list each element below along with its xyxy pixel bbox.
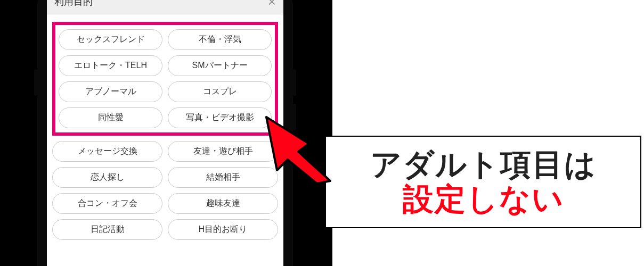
chip-row: 合コン・オフ会 趣味友達: [52, 193, 278, 214]
purpose-chip[interactable]: エロトーク・TELH: [59, 55, 162, 76]
stage-black-bg: 利用目的 × セックスフレンド 不倫・浮気 エロトーク・TELH SMパートナー…: [0, 0, 332, 266]
chip-row: 恋人探し 結婚相手: [52, 167, 278, 188]
purpose-chip[interactable]: アブノーマル: [59, 81, 162, 102]
phone-frame: 利用目的 × セックスフレンド 不倫・浮気 エロトーク・TELH SMパートナー…: [37, 0, 293, 266]
phone-side-button: [293, 104, 296, 130]
adult-options-highlight: セックスフレンド 不倫・浮気 エロトーク・TELH SMパートナー アブノーマル…: [52, 22, 278, 136]
purpose-chip[interactable]: 日記活動: [52, 219, 162, 240]
purpose-chip[interactable]: 合コン・オフ会: [52, 193, 162, 214]
close-icon[interactable]: ×: [268, 0, 276, 9]
purpose-chip[interactable]: コスプレ: [168, 81, 272, 102]
purpose-chip[interactable]: 不倫・浮気: [168, 29, 272, 50]
modal-header: 利用目的 ×: [47, 0, 283, 14]
purpose-chip[interactable]: 恋人探し: [52, 167, 162, 188]
purpose-chip[interactable]: SMパートナー: [168, 55, 272, 76]
purpose-chip[interactable]: セックスフレンド: [59, 29, 162, 50]
phone-screen: 利用目的 × セックスフレンド 不倫・浮気 エロトーク・TELH SMパートナー…: [47, 0, 283, 266]
callout-line-2: 設定しない: [403, 182, 564, 217]
chip-row: エロトーク・TELH SMパートナー: [59, 55, 272, 76]
purpose-chip[interactable]: 趣味友達: [168, 193, 278, 214]
phone-side-button: [34, 69, 37, 96]
purpose-chip[interactable]: 友達・遊び相手: [168, 141, 278, 162]
chip-row: 日記活動 H目的お断り: [52, 219, 278, 240]
purpose-chip[interactable]: 写真・ビデオ撮影: [168, 107, 272, 128]
purpose-chip[interactable]: メッセージ交換: [52, 141, 162, 162]
chip-row: セックスフレンド 不倫・浮気: [59, 29, 272, 50]
callout-line-1: アダルト項目は: [370, 147, 597, 182]
chip-row: 同性愛 写真・ビデオ撮影: [59, 107, 272, 128]
purpose-chip[interactable]: H目的お断り: [168, 219, 278, 240]
annotation-callout: アダルト項目は 設定しない: [325, 136, 641, 228]
purpose-chip[interactable]: 同性愛: [59, 107, 162, 128]
chip-row: アブノーマル コスプレ: [59, 81, 272, 102]
modal-body: セックスフレンド 不倫・浮気 エロトーク・TELH SMパートナー アブノーマル…: [47, 14, 283, 240]
phone-side-button: [293, 69, 296, 96]
chip-row: メッセージ交換 友達・遊び相手: [52, 141, 278, 162]
modal-title: 利用目的: [54, 0, 93, 8]
purpose-chip[interactable]: 結婚相手: [168, 167, 278, 188]
